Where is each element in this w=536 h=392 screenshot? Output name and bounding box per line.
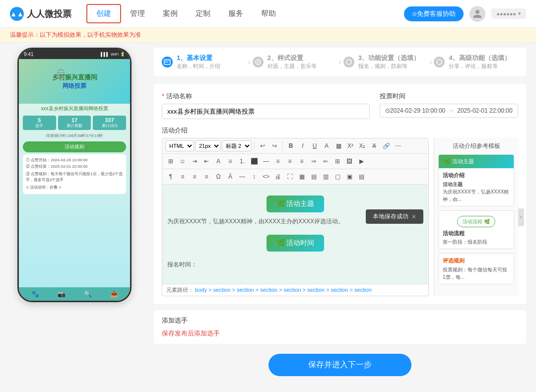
step-4: 4、高级功能（选填） 分享，评论，版权等 <box>434 54 518 70</box>
editor-fontsize-select[interactable]: 21px <box>195 140 221 151</box>
template-expand[interactable]: › <box>518 208 524 226</box>
align2-btn[interactable]: ≡ <box>177 171 188 182</box>
date-arrow: → <box>448 107 454 114</box>
vote-time-label: 投票时间 <box>380 92 518 101</box>
align3-btn[interactable]: ≡ <box>189 171 200 182</box>
step-2-sub: 封面，主题，音乐等 <box>268 63 337 70</box>
ul-btn[interactable]: ≡ <box>225 156 236 167</box>
breadcrumb-s3[interactable]: section <box>260 287 277 293</box>
subscript-btn[interactable]: X₂ <box>357 140 368 151</box>
date-end: 2025-02-01 22:00:00 <box>457 107 512 114</box>
date-input[interactable]: ⊙2024-02-29 10:00:00 → 2025-02-01 22:00:… <box>380 104 518 118</box>
nav-item-custom[interactable]: 定制 <box>187 5 219 22</box>
italic-btn[interactable]: I <box>297 140 308 151</box>
justify-btn[interactable]: ≡ <box>296 156 307 167</box>
required-star: * <box>162 92 164 100</box>
line-btn[interactable]: — <box>261 156 271 167</box>
save-next-button[interactable]: 保存并进入下一步 <box>268 354 411 376</box>
template-btn[interactable]: ⊞ <box>165 156 176 167</box>
editor-html-select[interactable]: HTML <box>165 140 194 151</box>
template-card-2-btn[interactable]: 活动流程 🌿 <box>457 216 495 227</box>
phone-banner: 乡村振兴直播间 网络投票 🏯 <box>19 59 130 104</box>
link-btn[interactable]: 🔗 <box>381 140 392 151</box>
step-2-content: 2、样式设置 封面，主题，音乐等 <box>268 54 337 70</box>
breadcrumb-s7[interactable]: section <box>354 287 372 293</box>
breadcrumb-body[interactable]: body <box>195 287 207 293</box>
nav-item-manage[interactable]: 管理 <box>121 5 154 22</box>
hr-btn[interactable]: — <box>237 171 248 182</box>
editor-body[interactable]: 本地保存成功 ✕ 🌿 活动主题 为庆祝XXXX节，弘扬XXXX精神，由XXXX主… <box>162 185 428 284</box>
superscript-btn[interactable]: X² <box>345 140 356 151</box>
strikethrough-btn[interactable]: X <box>369 140 380 151</box>
breadcrumb-s1[interactable]: section <box>213 287 230 293</box>
row-btn[interactable]: ▤ <box>356 171 367 182</box>
bold-btn[interactable]: B <box>285 140 296 151</box>
outdent-btn[interactable]: ⇤ <box>201 156 212 167</box>
save-toast-close[interactable]: ✕ <box>411 213 416 220</box>
activity-name-group: * 活动名称 <box>162 92 370 119</box>
template-card-1-text: 为庆祝XXXX节，弘扬XXXX精神，由... <box>443 188 510 203</box>
editor-toolbar-1: HTML 21px 标题 2 ↩ ↪ B I U A ▩ X <box>162 138 428 154</box>
nav-item-service[interactable]: 服务 <box>219 5 252 22</box>
breadcrumb-label: 元素路径： <box>166 287 194 293</box>
layout-btn[interactable]: ▥ <box>320 171 331 182</box>
merge-btn[interactable]: ▢ <box>332 171 343 182</box>
nav-item-cases[interactable]: 案例 <box>154 5 187 22</box>
align-center-btn[interactable]: ≡ <box>272 156 283 167</box>
add-player-link[interactable]: 保存发布后添加选手 <box>162 329 518 338</box>
svg-point-2 <box>346 60 351 65</box>
table2-btn[interactable]: ▦ <box>296 171 307 182</box>
align4-btn[interactable]: ≡ <box>201 171 212 182</box>
template-card-3: 评选规则 投票规则：每个微信每天可投1票，每... <box>438 253 514 284</box>
step-2: 2、样式设置 封面，主题，音乐等 <box>253 54 337 70</box>
table-btn[interactable]: ⊞ <box>332 156 343 167</box>
editor-format-select[interactable]: 标题 2 <box>222 140 252 151</box>
nav-item-create[interactable]: 创建 <box>86 4 121 23</box>
steps: 1、基本设置 名称，时间，介绍 › 2、样式设置 封面，主题，音乐等 › <box>154 48 526 76</box>
underline-btn[interactable]: U <box>309 140 320 151</box>
step-arrow-2: › <box>338 58 341 66</box>
align-right-btn[interactable]: ≡ <box>284 156 295 167</box>
editor-theme-btn[interactable]: 🌿 活动主题 <box>267 196 325 212</box>
symbol-btn[interactable]: Ω <box>213 171 224 182</box>
pagebreak-btn[interactable]: ↕ <box>249 171 260 182</box>
form-row-1: * 活动名称 投票时间 ⊙2024-02-29 10:00:00 → 2025-… <box>162 92 518 119</box>
activity-name-input[interactable] <box>162 104 370 119</box>
breadcrumb-s5[interactable]: section <box>307 287 325 293</box>
split-btn[interactable]: ▣ <box>344 171 355 182</box>
align-left-btn[interactable]: ⬛ <box>249 156 260 167</box>
para-btn[interactable]: ¶ <box>165 171 176 182</box>
editor-time-btn[interactable]: 🌿 活动时间 <box>267 235 325 252</box>
redo-btn[interactable]: ↪ <box>269 140 280 151</box>
phone-rule-btn[interactable]: 活动规则 <box>23 141 126 152</box>
ol-btn[interactable]: 1. <box>237 156 248 167</box>
nav-item-help[interactable]: 帮助 <box>252 5 285 22</box>
fontcolor2-btn[interactable]: A <box>213 156 224 167</box>
warm-tip: 温馨提示：以下为模拟效果，以手机实物效果为准 <box>0 28 536 43</box>
undo-btn[interactable]: ↩ <box>257 140 268 151</box>
grid-btn[interactable]: ▤ <box>308 171 319 182</box>
breadcrumb-s4[interactable]: section <box>284 287 301 293</box>
phone-bottom-icon-0: 🐾 <box>31 290 39 298</box>
phone-countdown: 结束倒计时:156天58时37分19秒 <box>19 132 130 139</box>
image-btn[interactable]: 🖼 <box>344 156 355 167</box>
fontcolor-btn[interactable]: A <box>321 140 332 151</box>
char-btn[interactable]: Ā <box>225 171 236 182</box>
video-btn[interactable]: ▶ <box>356 156 367 167</box>
ltr-btn[interactable]: ⇒ <box>308 156 319 167</box>
more-btn[interactable]: ⋯ <box>393 140 403 151</box>
breadcrumb-s2[interactable]: section <box>237 287 254 293</box>
fullscreen-btn[interactable]: ⛶ <box>284 171 295 182</box>
indent-btn[interactable]: ⇥ <box>189 156 200 167</box>
free-service-button[interactable]: ⊙免费客服协助 <box>404 6 464 21</box>
editor-report-time[interactable]: 报名时间： <box>162 259 428 271</box>
emoji-btn[interactable]: ☺ <box>177 156 188 167</box>
template-card-2-text: 第一阶段：报名阶段 <box>443 238 510 246</box>
template-card-1: 🌿 活动主题 活动介绍 活动主题 为庆祝XXXX节，弘扬XXXX精神，由... <box>438 154 514 206</box>
bgcolor-btn[interactable]: ▩ <box>333 140 344 151</box>
breadcrumb-s6[interactable]: section <box>331 287 348 293</box>
source-btn[interactable]: <> <box>261 171 271 182</box>
rtl-btn[interactable]: ⇐ <box>320 156 331 167</box>
print-btn[interactable]: 🖨 <box>272 171 283 182</box>
phone-info-3: ⊙ 活动说明：折叠 ∧ <box>26 185 123 191</box>
